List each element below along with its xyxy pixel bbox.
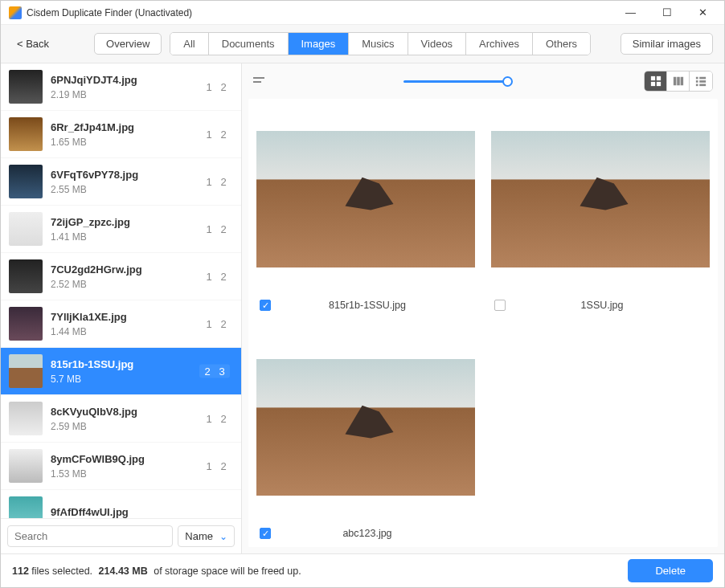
thumbnail xyxy=(9,354,43,388)
list-item[interactable]: 6PNJqiYDJT4.jpg 2.19 MB 1 2 xyxy=(1,63,241,111)
selected-label: files selected. xyxy=(31,566,92,577)
count-badge: 1 2 xyxy=(203,176,230,188)
tab-all[interactable]: All xyxy=(170,33,208,55)
list-item[interactable]: 6VFqT6vPY78.jpg 2.55 MB 1 2 xyxy=(1,158,241,206)
image-preview xyxy=(491,131,710,267)
list-item[interactable]: 7CU2gd2HGrw.jpg 2.52 MB 1 2 xyxy=(1,253,241,300)
grid-item[interactable]: ✓ 815r1b-1SSU.jpg xyxy=(256,131,475,311)
thumbnail xyxy=(9,496,43,518)
category-tabs: All Documents Images Musics Videos Archi… xyxy=(170,32,591,55)
thumbnail xyxy=(9,307,43,341)
tab-others[interactable]: Others xyxy=(533,33,590,55)
thumbnail xyxy=(9,259,43,293)
maximize-button[interactable]: ☐ xyxy=(649,1,685,25)
app-icon xyxy=(9,6,22,19)
svg-rect-2 xyxy=(650,82,654,86)
tab-musics[interactable]: Musics xyxy=(349,33,408,55)
thumbnail xyxy=(9,212,43,246)
view-grid-button[interactable] xyxy=(645,71,667,91)
freed-size: 214.43 MB xyxy=(99,566,148,577)
list-item[interactable]: 6Rr_2fJp41M.jpg 1.65 MB 1 2 xyxy=(1,111,241,158)
list-item[interactable]: 8ymCFoWIB9Q.jpg 1.53 MB 1 2 xyxy=(1,443,241,490)
sidebar-footer: Name ⌄ xyxy=(1,518,241,553)
count-badge: 1 2 xyxy=(203,129,230,141)
svg-rect-11 xyxy=(696,84,698,87)
image-filename: 1SSU.jpg xyxy=(498,300,707,311)
tab-documents[interactable]: Documents xyxy=(209,33,289,55)
delete-button[interactable]: Delete xyxy=(628,559,713,582)
main: 6PNJqiYDJT4.jpg 2.19 MB 1 2 6Rr_2fJp41M.… xyxy=(1,63,724,553)
chevron-down-icon: ⌄ xyxy=(219,531,227,542)
image-preview xyxy=(256,131,475,267)
count-badge: 1 2 xyxy=(203,318,230,330)
count-badge: 1 2 xyxy=(203,413,230,425)
thumbnail xyxy=(9,402,43,435)
image-filename: abc123.jpg xyxy=(263,528,472,539)
content: ✓ 815r1b-1SSU.jpg 1SSU.jpg ✓ abc123.jpg xyxy=(242,63,724,553)
svg-rect-5 xyxy=(677,77,680,86)
grid-item[interactable]: ✓ abc123.jpg xyxy=(256,359,475,539)
thumbnail xyxy=(9,165,43,198)
freed-label: of storage space will be freed up. xyxy=(154,566,301,577)
thumbnail xyxy=(9,449,43,483)
thumbnail xyxy=(9,70,43,104)
image-preview xyxy=(256,359,475,496)
minimize-button[interactable]: — xyxy=(612,1,649,25)
similar-images-button[interactable]: Similar images xyxy=(621,33,713,55)
list-item[interactable]: 9fAfDff4wUI.jpg xyxy=(1,490,241,518)
view-columns-button[interactable] xyxy=(667,71,690,91)
list-item[interactable]: 7YlIjKla1XE.jpg 1.44 MB 1 2 xyxy=(1,300,241,348)
back-button[interactable]: < Back xyxy=(12,35,54,53)
window-title: Cisdem Duplicate Finder (Unactivated) xyxy=(27,7,612,18)
count-badge: 1 2 xyxy=(203,271,230,283)
sort-icon[interactable] xyxy=(253,76,268,87)
svg-rect-4 xyxy=(673,77,676,86)
slider-knob[interactable] xyxy=(502,76,513,87)
grid-item[interactable]: 1SSU.jpg xyxy=(491,131,710,311)
tab-videos[interactable]: Videos xyxy=(408,33,467,55)
zoom-slider[interactable] xyxy=(403,80,508,83)
count-badge: 1 2 xyxy=(203,81,230,93)
overview-button[interactable]: Overview xyxy=(94,33,162,55)
content-toolbar xyxy=(242,63,724,99)
tab-archives[interactable]: Archives xyxy=(466,33,533,55)
thumbnail-grid[interactable]: ✓ 815r1b-1SSU.jpg 1SSU.jpg ✓ abc123.jpg xyxy=(248,99,718,547)
sidebar: 6PNJqiYDJT4.jpg 2.19 MB 1 2 6Rr_2fJp41M.… xyxy=(1,63,242,553)
footer-bar: 112 files selected. 214.43 MB of storage… xyxy=(1,553,724,587)
list-item[interactable]: 8cKVyuQIbV8.jpg 2.59 MB 1 2 xyxy=(1,395,241,443)
count-badge: 2 3 xyxy=(199,365,230,378)
titlebar: Cisdem Duplicate Finder (Unactivated) — … xyxy=(1,1,724,25)
view-list-button[interactable] xyxy=(690,71,712,91)
list-item[interactable]: 72ijGP_zpzc.jpg 1.41 MB 1 2 xyxy=(1,206,241,253)
svg-rect-1 xyxy=(656,76,660,80)
image-filename: 815r1b-1SSU.jpg xyxy=(263,300,472,311)
tab-images[interactable]: Images xyxy=(289,33,350,55)
sort-label: Name xyxy=(185,530,213,542)
count-badge: 1 2 xyxy=(203,460,230,472)
svg-rect-9 xyxy=(696,80,698,83)
svg-rect-3 xyxy=(656,82,660,86)
toolbar: < Back Overview All Documents Images Mus… xyxy=(1,25,724,63)
thumbnail xyxy=(9,117,43,151)
file-list[interactable]: 6PNJqiYDJT4.jpg 2.19 MB 1 2 6Rr_2fJp41M.… xyxy=(1,63,241,518)
svg-rect-10 xyxy=(699,80,706,83)
svg-rect-8 xyxy=(699,77,706,80)
svg-rect-12 xyxy=(699,84,706,87)
selected-count: 112 xyxy=(12,566,29,577)
file-name: 9fAfDff4wUI.jpg xyxy=(51,506,230,518)
view-toggle xyxy=(644,71,713,92)
count-badge: 1 2 xyxy=(203,223,230,235)
svg-rect-0 xyxy=(650,76,654,80)
svg-rect-7 xyxy=(696,77,698,80)
search-input[interactable] xyxy=(7,525,173,547)
close-button[interactable]: ✕ xyxy=(685,1,721,25)
list-item[interactable]: 815r1b-1SSU.jpg 5.7 MB 2 3 xyxy=(1,348,241,395)
sort-select[interactable]: Name ⌄ xyxy=(178,525,235,547)
svg-rect-6 xyxy=(680,77,683,86)
